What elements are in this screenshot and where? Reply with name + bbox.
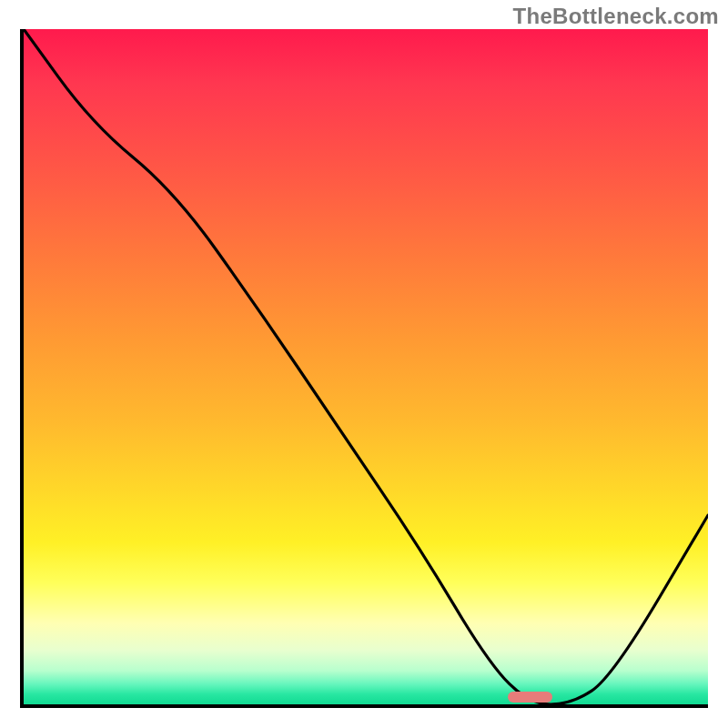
- optimal-marker: [508, 692, 552, 703]
- curve-path: [24, 29, 708, 704]
- watermark-text: TheBottleneck.com: [513, 4, 719, 29]
- bottleneck-curve: [24, 29, 708, 704]
- chart-container: TheBottleneck.com: [0, 0, 728, 728]
